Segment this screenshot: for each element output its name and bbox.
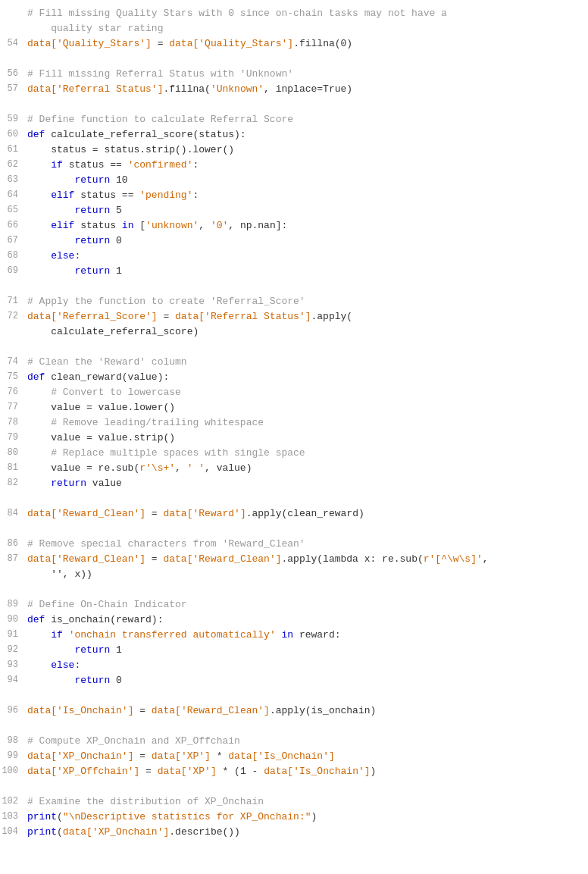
line-number: 72 (0, 309, 27, 323)
line-number: 102 (0, 794, 27, 808)
line-content: data['Is_Onchain'] = data['Reward_Clean'… (27, 703, 582, 719)
line-number: 81 (0, 461, 27, 475)
code-line: 96data['Is_Onchain'] = data['Reward_Clea… (0, 703, 588, 719)
line-number: 63 (0, 173, 27, 186)
code-line: 80 # Replace multiple spaces with single… (0, 446, 588, 461)
line-content: # Convert to lowercase (27, 385, 582, 400)
line-content: return 1 (27, 643, 582, 658)
code-line: 60def calculate_referral_score(status): (0, 127, 588, 143)
line-content: data['XP_Onchain'] = data['XP'] * data['… (27, 749, 582, 764)
line-number: 94 (0, 673, 27, 687)
line-number: 60 (0, 127, 27, 141)
line-content: # Clean the 'Reward' column (27, 355, 582, 370)
code-line: 54data['Quality_Stars'] = data['Quality_… (0, 36, 588, 52)
line-content: def is_onchain(reward): (27, 612, 582, 628)
code-line (0, 688, 588, 703)
code-line (0, 52, 588, 67)
code-line (0, 719, 588, 734)
line-content: value = value.lower() (27, 400, 582, 415)
line-number: 91 (0, 628, 27, 641)
code-line: 99data['XP_Onchain'] = data['XP'] * data… (0, 749, 588, 764)
line-content: return 0 (27, 673, 582, 688)
line-content: return 10 (27, 173, 582, 188)
line-content: # Examine the distribution of XP_Onchain (27, 794, 582, 810)
line-content: def clean_reward(value): (27, 370, 582, 385)
line-number: 103 (0, 810, 27, 823)
line-number: 69 (0, 264, 27, 277)
line-number: 87 (0, 552, 27, 565)
code-line: quality star rating (0, 21, 588, 36)
line-content: # Fill missing Referral Status with 'Unk… (27, 67, 582, 82)
line-number: 62 (0, 158, 27, 171)
code-line: # Fill missing Quality Stars with 0 sinc… (0, 6, 588, 21)
line-content: print(data['XP_Onchain'].describe()) (27, 825, 582, 840)
line-content: if 'onchain transferred automatically' i… (27, 628, 582, 643)
line-number: 100 (0, 764, 27, 778)
code-line: 69 return 1 (0, 264, 588, 279)
code-line (0, 340, 588, 355)
code-line: 75def clean_reward(value): (0, 370, 588, 385)
code-line: 91 if 'onchain transferred automatically… (0, 628, 588, 643)
code-line: 71# Apply the function to create 'Referr… (0, 294, 588, 309)
line-content: calculate_referral_score) (27, 324, 582, 340)
line-number: 82 (0, 476, 27, 490)
code-line: 94 return 0 (0, 673, 588, 688)
code-line: 92 return 1 (0, 643, 588, 658)
code-line: 62 if status == 'confirmed': (0, 158, 588, 173)
line-content: '', x)) (27, 567, 582, 582)
code-editor: # Fill missing Quality Stars with 0 sinc… (0, 0, 588, 874)
line-number: 89 (0, 597, 27, 611)
code-line: 79 value = value.strip() (0, 431, 588, 446)
line-number: 79 (0, 431, 27, 444)
code-line: 86# Remove special characters from 'Rewa… (0, 537, 588, 552)
line-number: 90 (0, 612, 27, 626)
code-line: 82 return value (0, 476, 588, 491)
line-number: 66 (0, 218, 27, 232)
line-content: data['Referral_Score'] = data['Referral … (27, 309, 582, 324)
line-content: if status == 'confirmed': (27, 158, 582, 173)
line-content: data['Reward_Clean'] = data['Reward'].ap… (27, 506, 582, 522)
code-line: 93 else: (0, 658, 588, 673)
line-content: quality star rating (27, 21, 582, 36)
line-content: return value (27, 476, 582, 491)
code-line (0, 279, 588, 294)
line-number: 67 (0, 233, 27, 247)
line-content: # Fill missing Quality Stars with 0 sinc… (27, 6, 582, 21)
line-number: 96 (0, 703, 27, 717)
code-line: 57data['Referral Status'].fillna('Unknow… (0, 82, 588, 97)
line-number: 99 (0, 749, 27, 763)
line-number: 84 (0, 506, 27, 520)
line-number: 74 (0, 355, 27, 368)
code-line: 65 return 5 (0, 203, 588, 218)
code-line: 102# Examine the distribution of XP_Onch… (0, 794, 588, 810)
line-number: 80 (0, 446, 27, 459)
line-number: 76 (0, 385, 27, 399)
code-line: 64 elif status == 'pending': (0, 188, 588, 203)
line-number: 65 (0, 203, 27, 217)
line-number: 86 (0, 537, 27, 550)
line-content: print("\nDescriptive statistics for XP_O… (27, 810, 582, 825)
code-line: 78 # Remove leading/trailing whitespace (0, 415, 588, 431)
line-content: return 0 (27, 233, 582, 249)
code-line: 76 # Convert to lowercase (0, 385, 588, 400)
line-content: data['Quality_Stars'] = data['Quality_St… (27, 36, 582, 52)
code-line (0, 779, 588, 794)
line-number: 98 (0, 734, 27, 747)
code-line (0, 582, 588, 597)
line-number: 93 (0, 658, 27, 672)
code-line: 59# Define function to calculate Referra… (0, 112, 588, 127)
line-number: 59 (0, 112, 27, 126)
code-line: calculate_referral_score) (0, 324, 588, 340)
line-content: # Define On-Chain Indicator (27, 597, 582, 612)
line-number: 57 (0, 82, 27, 96)
code-line: 104print(data['XP_Onchain'].describe()) (0, 825, 588, 840)
line-content: else: (27, 249, 582, 264)
line-number: 75 (0, 370, 27, 384)
code-line: 67 return 0 (0, 233, 588, 249)
line-number: 56 (0, 67, 27, 80)
line-content: # Replace multiple spaces with single sp… (27, 446, 582, 461)
code-line: 72data['Referral_Score'] = data['Referra… (0, 309, 588, 324)
line-number: 78 (0, 415, 27, 429)
code-line (0, 491, 588, 506)
line-content: # Apply the function to create 'Referral… (27, 294, 582, 309)
